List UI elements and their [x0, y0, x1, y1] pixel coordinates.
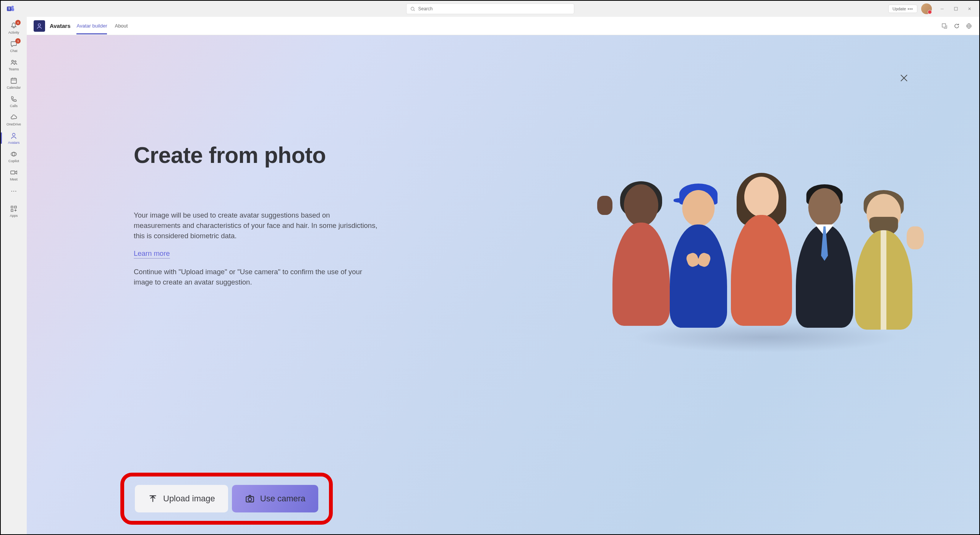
svg-point-2 — [11, 6, 14, 8]
avatar-figure-5 — [849, 188, 918, 330]
content-canvas: Create from photo Your image will be use… — [27, 35, 979, 534]
upload-label: Upload image — [163, 494, 215, 504]
camera-icon — [245, 494, 255, 504]
rail-label: Apps — [10, 214, 18, 218]
description-text-2: Continue with "Upload image" or "Use cam… — [134, 267, 378, 288]
phone-icon — [10, 95, 18, 103]
copilot-icon — [10, 150, 18, 158]
upload-icon — [148, 494, 158, 504]
video-icon — [10, 168, 18, 177]
titlebar: T Update••• ─ ✕ — [1, 1, 979, 17]
update-button[interactable]: Update••• — [888, 5, 917, 13]
rail-label: Meet — [10, 177, 18, 181]
learn-more-link[interactable]: Learn more — [134, 249, 170, 259]
svg-rect-9 — [11, 78, 16, 83]
search-bar[interactable] — [406, 3, 574, 14]
avatars-app-icon — [34, 20, 45, 32]
avatars-illustration — [609, 161, 922, 330]
svg-point-8 — [15, 61, 16, 62]
svg-rect-17 — [11, 206, 13, 208]
teams-icon — [10, 58, 18, 67]
svg-text:T: T — [8, 7, 10, 11]
globe-icon[interactable] — [965, 23, 972, 29]
page-heading: Create from photo — [134, 142, 378, 168]
rail-label: OneDrive — [6, 122, 21, 126]
chat-badge: 3 — [15, 38, 21, 44]
camera-label: Use camera — [260, 494, 306, 504]
rail-item-meet[interactable]: Meet — [2, 166, 25, 184]
svg-rect-19 — [11, 210, 13, 211]
window-minimize-button[interactable]: ─ — [936, 3, 949, 14]
upload-image-button[interactable]: Upload image — [135, 485, 228, 512]
tab-about[interactable]: About — [115, 18, 128, 34]
calendar-icon — [10, 76, 18, 85]
rail-item-teams[interactable]: Teams — [2, 56, 25, 73]
rail-label: Copilot — [8, 159, 19, 163]
svg-line-5 — [413, 10, 414, 10]
search-input[interactable] — [418, 6, 570, 11]
search-icon — [410, 7, 415, 11]
window-maximize-button[interactable] — [949, 3, 962, 14]
rail-label: Teams — [9, 67, 19, 71]
popout-icon[interactable] — [941, 23, 948, 29]
description-text-1: Your image will be used to create avatar… — [134, 210, 378, 241]
rail-item-copilot[interactable]: Copilot — [2, 148, 25, 165]
user-avatar[interactable] — [921, 3, 932, 14]
avatar-figure-2 — [666, 184, 731, 330]
svg-rect-16 — [11, 171, 15, 174]
use-camera-button[interactable]: Use camera — [232, 485, 319, 512]
svg-rect-3 — [11, 8, 14, 11]
cloud-icon — [10, 113, 18, 122]
svg-rect-18 — [15, 206, 16, 208]
svg-rect-21 — [942, 24, 946, 27]
rail-label: Activity — [8, 31, 19, 34]
close-button[interactable] — [897, 72, 910, 85]
rail-item-calls[interactable]: Calls — [2, 93, 25, 110]
rail-item-calendar[interactable]: Calendar — [2, 74, 25, 92]
activity-badge: 4 — [15, 20, 21, 25]
rail-label: Avatars — [8, 141, 19, 145]
avatar-figure-4 — [792, 184, 857, 330]
rail-item-avatars[interactable]: Avatars — [2, 129, 25, 147]
rail-label: Calls — [10, 104, 18, 108]
svg-point-28 — [248, 498, 251, 501]
avatar-icon — [10, 132, 18, 140]
rail-label: Chat — [10, 49, 17, 53]
rail-label: Calendar — [7, 86, 21, 89]
rail-item-activity[interactable]: 4 Activity — [2, 19, 25, 37]
svg-point-14 — [11, 152, 16, 156]
window-close-button[interactable]: ✕ — [963, 3, 976, 14]
left-rail: 4 Activity 3 Chat Teams Calendar Calls — [1, 17, 27, 534]
svg-point-7 — [12, 60, 14, 62]
rail-more-button[interactable]: ⋯ — [8, 184, 20, 198]
svg-point-4 — [411, 7, 414, 10]
app-title: Avatars — [50, 23, 70, 29]
rail-item-apps[interactable]: Apps — [2, 202, 25, 220]
rail-item-onedrive[interactable]: OneDrive — [2, 111, 25, 128]
refresh-icon[interactable] — [953, 23, 960, 29]
tab-avatar-builder[interactable]: Avatar builder — [76, 18, 107, 34]
avatar-figure-1 — [609, 184, 674, 330]
app-header: Avatars Avatar builder About — [27, 17, 979, 35]
svg-point-15 — [13, 152, 15, 156]
avatar-figure-3 — [727, 177, 796, 330]
svg-point-20 — [38, 24, 40, 26]
svg-point-13 — [13, 133, 15, 136]
action-buttons-highlight: Upload image Use camera — [120, 473, 333, 525]
apps-icon — [10, 205, 18, 213]
svg-rect-6 — [954, 7, 957, 10]
teams-logo-icon: T — [5, 3, 16, 14]
rail-item-chat[interactable]: 3 Chat — [2, 37, 25, 55]
